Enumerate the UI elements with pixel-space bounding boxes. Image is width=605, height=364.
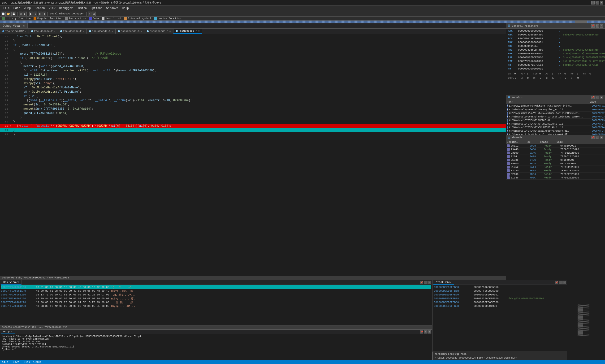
toolbar-btn-step[interactable]: ↓ <box>34 12 37 16</box>
output-close-btn[interactable]: ✕ <box>427 330 431 334</box>
tab-close-1[interactable]: ✕ <box>54 30 55 33</box>
registers-pin-btn[interactable]: 📌 <box>591 24 595 28</box>
stack-row-1[interactable]: 000000D8ED6FFB68 00007FF962825090 <box>433 289 566 293</box>
output-tab-btns[interactable]: 📌 ⬚ ✕ <box>420 330 431 334</box>
hex-line-5[interactable]: 00007FF7A6961230 48 8B 88 9C 42 00 00 00… <box>1 304 431 308</box>
toolbar-btn-extra2[interactable]: ⊞ <box>92 12 96 16</box>
registers-float-btn[interactable]: ⬚ <box>595 24 599 28</box>
hex-close-btn[interactable]: ✕ <box>427 281 431 284</box>
stack-view[interactable]: 000000D8ED6FFB60 0000023965005356 000000… <box>433 285 567 351</box>
output-pin-btn[interactable]: 📌 <box>420 330 423 334</box>
module-row-2[interactable]: M C:\ProgramData\A-Volute\A-Volute.Nahim… <box>506 112 605 115</box>
threads-float-btn[interactable]: ⬚ <box>595 136 599 139</box>
modules-list[interactable]: M E:\n\2022腾讯游戏安全技术竞赛-PC客户端安全-初赛题… 00007… <box>506 104 605 135</box>
tab-close-5[interactable]: ✕ <box>169 30 171 33</box>
tab-pseudocode-a[interactable]: Pseudocode-A ✕ <box>173 29 202 34</box>
threads-list[interactable]: 35112 8928 Ready 0xdd100001 13440 3480 R… <box>506 144 605 280</box>
hex-line-3[interactable]: 00007FF7A6961210 48 89 84 9B 3B 06 00 00… <box>1 297 431 300</box>
hex-tab-btns[interactable]: 📌 ⬚ ✕ <box>420 280 431 285</box>
toolbar-btn-stop[interactable]: ■ <box>42 12 46 16</box>
maximize-button[interactable]: □ <box>595 1 599 4</box>
title-bar-buttons[interactable]: ─ □ ✕ <box>591 1 603 4</box>
thread-row-9[interactable]: 31036 793C Ready 7FF962825090 <box>506 176 605 180</box>
toolbar-btn-pause[interactable]: ⏸ <box>38 12 42 16</box>
toolbar-btn-run[interactable]: ▶ <box>29 12 33 16</box>
hex-line-2[interactable]: 00007FF7A6961200 05 13 71 00 00 C7 83 6C… <box>1 293 431 297</box>
minimize-button[interactable]: ─ <box>591 1 595 4</box>
menu-edit[interactable]: Edit <box>12 6 22 10</box>
thread-row-5[interactable]: 35800 8BD8 Ready 0xcc0550001 <box>506 162 605 166</box>
hex-line-0[interactable]: 00007FF7A69611E0 6C 51 00 00 E8 DA 15 00… <box>1 285 431 289</box>
output-tab[interactable]: Output <box>1 330 15 334</box>
thread-row-6[interactable]: 31252 7A14 Ready 7FF962825090 <box>506 166 605 169</box>
code-line-90-selected[interactable]: 90 ● (*(void (__fastcall **)(QWORD, QWOR… <box>0 124 506 128</box>
toolbar-btn-extra1[interactable]: ≡ <box>88 12 91 16</box>
menu-file[interactable]: File <box>1 6 12 10</box>
toolbar-btn-back[interactable]: ◀ <box>19 12 23 16</box>
stack-row-3[interactable]: 000000D8ED6FFB78 0000023965EBF360 debug0… <box>433 297 566 300</box>
stack-row-0[interactable]: 000000D8ED6FFB60 0000023965005356 <box>433 285 566 289</box>
debug-view-tab[interactable]: Debug View ✕ <box>0 23 28 28</box>
tab-close-6[interactable]: ✕ <box>198 29 200 32</box>
menu-jump[interactable]: Jump <box>22 6 33 10</box>
stack-float-btn[interactable]: ⬚ <box>559 281 562 284</box>
hex-float-btn[interactable]: ⬚ <box>424 281 427 284</box>
stack-pin-btn[interactable]: 📌 <box>555 281 558 284</box>
stack-tab-btns[interactable]: 📌 ⬚ ✕ <box>554 280 566 285</box>
tab-close-0[interactable]: ✕ <box>25 30 26 33</box>
toolbar-btn-new[interactable]: 📄 <box>1 12 6 16</box>
tab-ida-view-rip[interactable]: IDA View-RIP ✕ <box>0 29 29 34</box>
tab-close-3[interactable]: ✕ <box>112 30 113 33</box>
hex-line-4[interactable]: 00007FF7A6961220 13 00 0C C6 05 EA 70 00… <box>1 300 431 304</box>
output-view[interactable]: Loading C:\Users\$\AppData\Local\Temp\ID… <box>0 334 432 360</box>
menu-help[interactable]: Help <box>120 6 131 10</box>
modules-float-btn[interactable]: ⬚ <box>595 96 599 99</box>
tab-close-2[interactable]: ✕ <box>83 30 84 33</box>
menu-options[interactable]: Options <box>89 6 104 10</box>
menu-debugger[interactable]: Debugger <box>57 6 75 10</box>
stack-row-2[interactable]: 000000D8ED6FFB70 0000000080000001 <box>433 293 566 297</box>
thread-row-4[interactable]: 25836 64EC Ready 0x16c0001 <box>506 158 605 162</box>
threads-close-btn[interactable]: ✕ <box>600 136 603 139</box>
tab-pseudocode-e[interactable]: Pseudocode-E ✕ <box>58 29 87 34</box>
thread-row-1[interactable]: 13440 3480 Ready 7FF962825090 <box>506 148 605 151</box>
module-row-0[interactable]: M E:\n\2022腾讯游戏安全技术竞赛-PC客户端安全-初赛题… 00007… <box>506 104 605 108</box>
modules-panel-btns[interactable]: 📌 ⬚ ✕ <box>591 96 603 99</box>
toolbar-btn-open[interactable]: 📂 <box>6 12 11 16</box>
stack-tab[interactable]: Stack view <box>433 280 454 285</box>
hex-line-1[interactable]: 00007FF7A69611F0 48 89 83 F1 28 00 00 00… <box>1 289 431 293</box>
menu-view[interactable]: View <box>47 6 57 10</box>
module-row-4[interactable]: M C:\Windows\SYSTEM32\OLEACC.dll 00007FF… <box>506 119 605 122</box>
close-button[interactable]: ✕ <box>600 1 603 4</box>
module-row-6[interactable]: M C:\Windows\SYSTEM32\VCRUNTIME140_1.dll… <box>506 126 605 129</box>
thread-row-0[interactable]: 35112 8928 Ready 0xdd100001 <box>506 144 605 148</box>
stack-close-btn[interactable]: ✕ <box>563 281 566 284</box>
threads-panel-btns[interactable]: 📌 ⬚ ✕ <box>591 136 603 139</box>
modules-pin-btn[interactable]: 📌 <box>591 96 595 99</box>
thread-row-3[interactable]: 9224 2408 Ready 7FF962825090 <box>506 155 605 158</box>
hex-pin-btn[interactable]: 📌 <box>420 281 423 284</box>
tab-pseudocode-d[interactable]: Pseudocode-D ✕ <box>87 29 116 34</box>
thread-row-7[interactable]: 32280 7E18 Ready 7FF962825090 <box>506 169 605 172</box>
registers-panel-btns[interactable]: 📌 ⬚ ✕ <box>591 24 603 28</box>
tab-pseudocode-c[interactable]: Pseudocode-C ✕ <box>116 29 144 34</box>
module-row-3[interactable]: M C:\Windows\System32\amd64\microsoft.wi… <box>506 115 605 119</box>
thread-row-8[interactable]: 32100 7D64 Ready 7FF962825090 <box>506 172 605 176</box>
tab-close-4[interactable]: ✕ <box>140 30 142 33</box>
hex-tab-hex[interactable]: Hex View-1 <box>1 280 22 285</box>
module-row-7[interactable]: M C:\Windows\SYSTEM32\textinputframework… <box>506 129 605 133</box>
menu-lumina[interactable]: Lumina <box>75 6 89 10</box>
thread-row-2[interactable]: 33100 814C Ready 7FF962825090 <box>506 151 605 155</box>
modules-close-btn[interactable]: ✕ <box>600 96 603 99</box>
toolbar-btn-forward[interactable]: ▶ <box>23 12 27 16</box>
output-float-btn[interactable]: ⬚ <box>424 330 427 334</box>
hex-view[interactable]: 00007FF7A69611E0 6C 51 00 00 E8 DA 15 00… <box>0 285 432 325</box>
module-row-8[interactable]: M C:\Program Files\Listary\ListaryHook64… <box>506 133 605 135</box>
module-row-1[interactable]: M C:\Windows\System32\D3DCompiler_43.dll… <box>506 108 605 112</box>
module-row-5[interactable]: M C:\Windows\SYSTEM32\ncruntime140_1.dll… <box>506 122 605 126</box>
tab-pseudocode-f[interactable]: Pseudocode-F ✕ <box>29 29 58 34</box>
debug-view-close[interactable]: ✕ <box>23 24 25 28</box>
stack-row-4[interactable]: 000000D8ED6FFB80 000000D8ED6FFB60 <box>433 300 566 304</box>
registers-close-btn[interactable]: ✕ <box>600 24 603 28</box>
menu-windows[interactable]: Windows <box>104 6 120 10</box>
